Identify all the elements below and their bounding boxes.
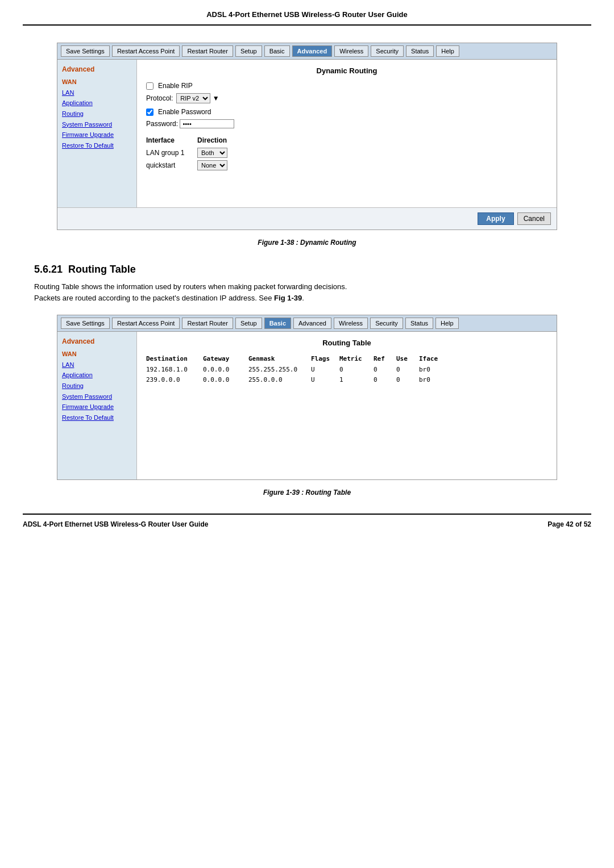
sidebar-item-wan[interactable]: WAN bbox=[62, 77, 132, 87]
interface-table: Interface Direction LAN group 1 Both bbox=[146, 136, 250, 172]
col-use: Use bbox=[396, 354, 419, 365]
interface-cell-1: LAN group 1 bbox=[146, 147, 197, 159]
footer-right: Page 42 of 52 bbox=[547, 520, 591, 528]
page-footer: ADSL 4-Port Ethernet USB Wireless-G Rout… bbox=[0, 515, 614, 534]
sidebar-1: Advanced WAN LAN Application Routing Sys… bbox=[57, 60, 137, 207]
password-row: Password: bbox=[146, 119, 547, 128]
dynamic-routing-panel: Save Settings Restart Access Point Resta… bbox=[57, 43, 557, 230]
rt-header-row: Destination Gateway Genmask Flags Metric… bbox=[146, 354, 547, 365]
section-heading: 5.6.21 Routing Table bbox=[34, 264, 136, 275]
nav-bar-2: Save Settings Restart Access Point Resta… bbox=[57, 315, 557, 332]
sidebar-item-application-2[interactable]: Application bbox=[62, 370, 132, 381]
tab-help[interactable]: Help bbox=[436, 45, 459, 57]
tab-security-2[interactable]: Security bbox=[370, 318, 403, 329]
protocol-row: Protocol: RIP v1 RIP v2 ▼ bbox=[146, 93, 547, 103]
figure-caption-1: Figure 1-38 : Dynamic Routing bbox=[34, 239, 580, 247]
panel-body-2: Advanced WAN LAN Application Routing Sys… bbox=[57, 332, 557, 479]
sidebar-item-routing[interactable]: Routing bbox=[62, 108, 132, 119]
tab-security[interactable]: Security bbox=[371, 45, 404, 57]
password-input[interactable] bbox=[180, 119, 234, 128]
sidebar-item-firmware-2[interactable]: Firmware Upgrade bbox=[62, 402, 132, 412]
tab-status[interactable]: Status bbox=[406, 45, 434, 57]
panel-footer-1: Apply Cancel bbox=[57, 207, 557, 229]
section-number: 5.6.21 bbox=[34, 264, 63, 275]
tab-setup[interactable]: Setup bbox=[235, 45, 262, 57]
table-row: LAN group 1 Both In Out None bbox=[146, 147, 250, 159]
apply-button[interactable]: Apply bbox=[478, 212, 513, 225]
top-divider bbox=[23, 24, 591, 26]
col-iface: Iface bbox=[419, 354, 447, 365]
col-destination: Destination bbox=[146, 354, 203, 365]
col-metric: Metric bbox=[339, 354, 374, 365]
btn-restart-ap-2[interactable]: Restart Access Point bbox=[112, 318, 180, 329]
sidebar-item-restore[interactable]: Restore To Default bbox=[62, 140, 132, 151]
table-row: quickstart Both In Out None bbox=[146, 159, 250, 172]
sidebar-item-routing-2[interactable]: Routing bbox=[62, 381, 132, 391]
panel-body-1: Advanced WAN LAN Application Routing Sys… bbox=[57, 60, 557, 207]
btn-restart-router[interactable]: Restart Router bbox=[182, 45, 233, 57]
interface-section: Interface Direction LAN group 1 Both bbox=[146, 136, 547, 172]
dynamic-routing-content: Dynamic Routing Enable RIP Protocol: RIP… bbox=[137, 60, 557, 207]
password-label: Password: bbox=[146, 120, 178, 128]
sidebar-item-restore-2[interactable]: Restore To Default bbox=[62, 412, 132, 423]
sidebar-item-lan-2[interactable]: LAN bbox=[62, 360, 132, 370]
sidebar-item-lan[interactable]: LAN bbox=[62, 87, 132, 98]
sidebar-item-syspass[interactable]: System Password bbox=[62, 119, 132, 130]
sidebar-2: Advanced WAN LAN Application Routing Sys… bbox=[57, 332, 137, 479]
direction-cell-1: Both In Out None bbox=[197, 147, 250, 159]
tab-wireless[interactable]: Wireless bbox=[334, 45, 368, 57]
enable-rip-checkbox[interactable] bbox=[146, 82, 154, 90]
sidebar-item-syspass-2[interactable]: System Password bbox=[62, 391, 132, 402]
tab-help-2[interactable]: Help bbox=[435, 318, 459, 329]
interface-col-header: Interface bbox=[146, 136, 197, 147]
tab-status-2[interactable]: Status bbox=[405, 318, 433, 329]
sidebar-title-1: Advanced bbox=[62, 65, 132, 73]
direction-select-2[interactable]: Both In Out None bbox=[197, 160, 227, 170]
tab-basic[interactable]: Basic bbox=[264, 45, 290, 57]
routing-table-title: Routing Table bbox=[146, 339, 547, 347]
col-flags: Flags bbox=[311, 354, 339, 365]
tab-basic-2[interactable]: Basic bbox=[264, 318, 291, 329]
btn-save-settings-2[interactable]: Save Settings bbox=[61, 318, 110, 329]
section-title: Routing Table bbox=[68, 264, 136, 275]
fig-ref: Fig 1-39 bbox=[274, 294, 302, 302]
col-gateway: Gateway bbox=[203, 354, 248, 365]
direction-select-1[interactable]: Both In Out None bbox=[197, 148, 227, 158]
btn-restart-ap[interactable]: Restart Access Point bbox=[112, 45, 180, 57]
enable-password-row: Enable Password bbox=[146, 108, 547, 116]
enable-password-label: Enable Password bbox=[158, 108, 211, 116]
tab-setup-2[interactable]: Setup bbox=[235, 318, 262, 329]
col-ref: Ref bbox=[374, 354, 396, 365]
body-text-1: Routing Table shows the information used… bbox=[34, 281, 580, 303]
cancel-button[interactable]: Cancel bbox=[517, 212, 551, 225]
routing-table-content: Routing Table Destination Gateway Genmas… bbox=[137, 332, 557, 479]
enable-rip-label: Enable RIP bbox=[158, 82, 193, 90]
routing-table-panel: Save Settings Restart Access Point Resta… bbox=[57, 315, 557, 480]
sidebar-item-application[interactable]: Application bbox=[62, 98, 132, 108]
routing-table-data: Destination Gateway Genmask Flags Metric… bbox=[146, 354, 547, 386]
rt-data-row-2: 239.0.0.0 0.0.0.0 255.0.0.0 U 1 0 0 br0 bbox=[146, 375, 547, 386]
dynamic-routing-title: Dynamic Routing bbox=[146, 66, 547, 75]
protocol-select[interactable]: RIP v1 RIP v2 bbox=[176, 93, 210, 103]
sidebar-title-2: Advanced bbox=[62, 337, 132, 345]
btn-restart-router-2[interactable]: Restart Router bbox=[182, 318, 233, 329]
btn-save-settings[interactable]: Save Settings bbox=[61, 45, 110, 57]
sidebar-item-wan-2[interactable]: WAN bbox=[62, 349, 132, 360]
interface-cell-2: quickstart bbox=[146, 159, 197, 172]
protocol-label: Protocol: bbox=[146, 94, 173, 102]
tab-wireless-2[interactable]: Wireless bbox=[334, 318, 368, 329]
enable-rip-row: Enable RIP bbox=[146, 82, 547, 90]
figure-caption-2: Figure 1-39 : Routing Table bbox=[34, 489, 580, 496]
footer-left: ADSL 4-Port Ethernet USB Wireless-G Rout… bbox=[23, 520, 208, 528]
enable-password-checkbox[interactable] bbox=[146, 108, 154, 116]
page-header: ADSL 4-Port Ethernet USB Wireless-G Rout… bbox=[0, 0, 614, 24]
sidebar-item-firmware[interactable]: Firmware Upgrade bbox=[62, 130, 132, 140]
tab-advanced-2[interactable]: Advanced bbox=[293, 318, 331, 329]
col-genmask: Genmask bbox=[248, 354, 311, 365]
rt-data-row-1: 192.168.1.0 0.0.0.0 255.255.255.0 U 0 0 … bbox=[146, 365, 547, 375]
direction-col-header: Direction bbox=[197, 136, 250, 147]
nav-bar-1: Save Settings Restart Access Point Resta… bbox=[57, 43, 557, 60]
tab-advanced[interactable]: Advanced bbox=[292, 45, 333, 57]
direction-cell-2: Both In Out None bbox=[197, 159, 250, 172]
